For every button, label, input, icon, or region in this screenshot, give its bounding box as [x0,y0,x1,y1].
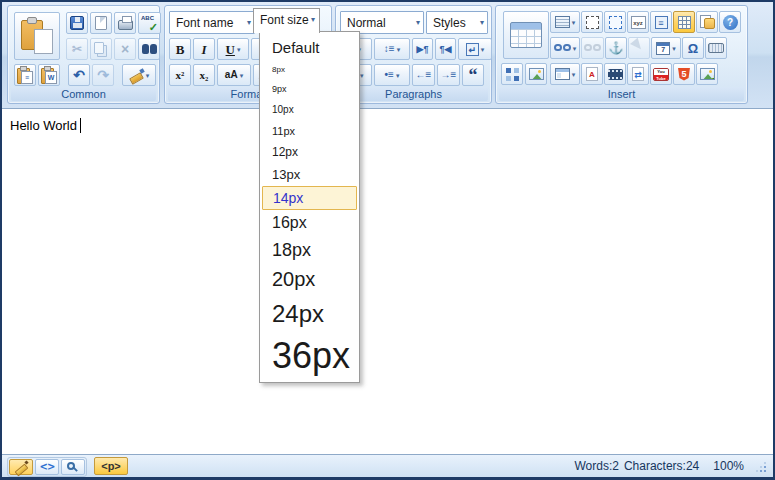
select-element-button[interactable] [628,37,650,59]
font-size-option[interactable]: 24px [260,295,359,332]
new-document-button[interactable] [90,12,112,34]
document-editing-area[interactable]: Hello World [2,109,773,454]
characters-value: 24 [686,459,699,473]
paste-button[interactable] [14,12,60,60]
insert-container-button[interactable] [604,11,626,33]
underline-button[interactable]: U ▾ [217,38,249,60]
font-size-option[interactable]: 16px [260,210,359,236]
subscript-button[interactable]: x₂ [193,64,215,86]
styles-combo[interactable]: Styles ▾ [426,11,488,34]
insert-pdf-button[interactable]: A [581,63,603,85]
insert-text-box-button[interactable]: ≡ [650,11,672,33]
redo-button[interactable]: ↷ [92,64,114,86]
font-size-option[interactable]: 20px [260,264,359,295]
paste-from-word-button[interactable]: W [38,64,60,86]
pointer-icon [630,38,648,57]
outdent-button[interactable]: ←≡ [412,64,435,86]
chevron-down-icon: ▾ [479,19,484,27]
font-size-value: Font size [260,13,309,27]
font-size-option[interactable]: 11px [260,120,359,141]
special-characters-button[interactable]: Ω [682,37,704,59]
signature-button[interactable] [705,37,727,59]
show-grid-button[interactable] [673,11,695,33]
undo-icon: ↶ [73,68,85,82]
unlink-button[interactable] [581,37,604,59]
print-button[interactable] [114,12,136,34]
font-size-option-selected[interactable]: 14px [262,186,357,210]
line-break-button[interactable]: ↵ ▾ [458,38,492,60]
keyboard-icon [708,43,724,53]
font-size-option[interactable]: 18px [260,236,359,264]
block-tag-indicator[interactable]: <p> [94,457,128,475]
insert-html5-button[interactable]: 5 [673,63,695,85]
insert-table-button[interactable] [503,11,549,59]
save-button[interactable] [66,12,88,34]
font-name-combo[interactable]: Font name ▾ [169,11,255,34]
dotted-box-icon [586,16,599,29]
insert-template-button[interactable]: ▾ [550,63,580,85]
font-size-option[interactable]: 12px [260,141,359,163]
font-size-option[interactable]: 36px [260,332,359,380]
change-case-button[interactable]: aA ▾ [217,64,251,86]
save-icon [70,16,84,30]
italic-button[interactable]: I [193,38,215,60]
help-button[interactable]: ? [719,11,741,33]
copy-button[interactable] [90,38,112,60]
blockquote-button[interactable]: “ [462,64,484,86]
font-size-option[interactable]: 10px [260,99,359,120]
gallery-button[interactable] [501,63,523,85]
insert-span-button[interactable]: xyz [627,11,649,33]
spellcheck-button[interactable]: ABC ✓ [138,12,161,34]
font-size-option[interactable]: 13px [260,163,359,186]
left-to-right-button[interactable]: ▶¶ [412,38,433,60]
characters-label: Characters: [624,459,686,473]
find-button[interactable] [138,38,160,60]
underline-icon: U [226,43,235,56]
insert-youtube-button[interactable]: You Tube [650,63,672,85]
new-document-icon [95,16,107,30]
chevron-down-icon: ▾ [415,19,420,27]
redo-icon: ↷ [97,68,109,82]
format-painter-button[interactable]: ▾ [122,64,156,86]
insert-date-time-button[interactable]: 7 ▾ [651,37,681,59]
omega-icon: Ω [688,42,698,55]
resize-grip[interactable] [754,460,767,473]
copy-icon [94,42,104,54]
font-size-option[interactable]: 9px [260,79,359,99]
superscript-button[interactable]: x² [169,64,191,86]
chevron-down-icon: ▾ [571,71,576,78]
container-box-icon [609,16,622,29]
ribbon-toolbar: ABC ✓ ✂ × ≡ W ↶ ↷ [2,2,773,109]
design-view-button[interactable] [9,459,33,475]
chevron-down-icon: ▾ [671,45,676,52]
insert-link-button[interactable]: ▾ [550,37,580,59]
delete-button[interactable]: × [114,38,136,60]
insert-image-upload-button[interactable]: + [696,63,718,85]
indent-button[interactable]: →≡ [437,64,460,86]
rich-text-editor: ABC ✓ ✂ × ≡ W ↶ ↷ [0,0,775,480]
bold-button[interactable]: B [169,38,191,60]
cut-button[interactable]: ✂ [66,38,88,60]
font-size-combo[interactable]: Font size ▾ [253,8,320,33]
right-to-left-button[interactable]: ¶◀ [435,38,456,60]
code-snippet-icon: ⇄ [632,67,644,81]
source-view-button[interactable]: <> [35,459,59,475]
line-spacing-button[interactable]: ↕≡ ▾ [374,38,410,60]
insert-form-button[interactable]: ▾ [550,11,580,33]
insert-div-button[interactable] [581,11,603,33]
preview-zoom-button[interactable] [61,459,85,475]
font-size-option[interactable]: Default [260,34,359,60]
undo-button[interactable]: ↶ [68,64,90,86]
ribbon-group-common: ABC ✓ ✂ × ≡ W ↶ ↷ [7,5,160,104]
insert-code-button[interactable]: ⇄ [627,63,649,85]
paste-text-button[interactable]: ≡ [14,64,36,86]
insert-image-button[interactable] [525,63,547,85]
chevron-down-icon: ▾ [236,46,241,53]
page-properties-button[interactable] [696,11,718,33]
bullet-list-button[interactable]: •≡ ▾ [374,64,410,86]
insert-anchor-button[interactable]: ⚓ [605,37,627,59]
insert-media-button[interactable] [604,63,626,85]
font-size-option[interactable]: 8px [260,60,359,79]
chevron-down-icon: ▾ [571,19,576,26]
line-spacing-icon: ↕≡ [384,44,395,54]
